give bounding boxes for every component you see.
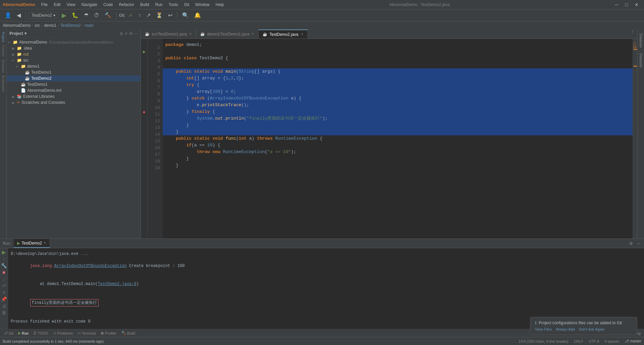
menu-refactor[interactable]: Refactor: [116, 2, 137, 8]
tree-testdemo2[interactable]: ☕ TestDemo2: [7, 75, 141, 81]
project-settings-btn[interactable]: ⚙: [129, 31, 133, 36]
breadcrumb-method[interactable]: main: [85, 23, 94, 28]
minimize-button[interactable]: ─: [612, 1, 621, 8]
coverage-button[interactable]: ☂: [82, 11, 91, 19]
branch[interactable]: ⎇ master: [625, 339, 641, 343]
problems-tool-btn[interactable]: ⚠ Problems: [51, 331, 75, 336]
scroll-up-btn[interactable]: ↑: [3, 256, 5, 262]
tab1-close[interactable]: ✕: [189, 32, 192, 36]
run-button[interactable]: ▶: [60, 11, 68, 20]
breakpoint-14[interactable]: ●: [141, 109, 147, 115]
filter-btn[interactable]: ≡: [2, 290, 5, 295]
run-tab[interactable]: ▶ TestDemo2 ✕: [14, 239, 50, 248]
tab-testdemo1-demo1[interactable]: ☕ demo1\TestDemo1.java ✕: [196, 29, 259, 39]
close-button[interactable]: ✕: [632, 1, 641, 8]
database-tab[interactable]: Database: [638, 31, 643, 51]
indent[interactable]: 4 spaces: [604, 339, 619, 343]
run-tool-btn[interactable]: 🔧: [1, 263, 7, 268]
notifications-btn[interactable]: 🔔: [192, 11, 203, 19]
todo-tool-btn[interactable]: ☰ TODO: [31, 331, 50, 336]
gutter-area: ▶ ●: [141, 39, 148, 238]
tree-out[interactable]: ▶ 📁 out: [7, 51, 141, 57]
tree-external-libs[interactable]: ▶ 📚 External Libraries: [7, 93, 141, 99]
git-push-btn[interactable]: ↗: [144, 11, 153, 19]
git-tool-btn[interactable]: ⎇ Git: [1, 331, 15, 336]
wrap-btn[interactable]: ⏎: [2, 283, 6, 288]
menu-file[interactable]: File: [39, 2, 50, 8]
run-tool-bottom-btn[interactable]: ▶ Run: [16, 331, 31, 336]
rerun-btn[interactable]: ▶: [2, 250, 6, 255]
breadcrumb-src[interactable]: src: [35, 23, 40, 28]
debug-button[interactable]: 🐛: [70, 11, 80, 19]
tab3-close[interactable]: ✕: [301, 32, 304, 37]
tree-root[interactable]: ▾ 📁 AbnormalDemo D:\code\java\Javacode\A…: [7, 39, 141, 45]
profile-button[interactable]: ⏱: [92, 12, 101, 19]
stack-link[interactable]: TestDemo2.java:8: [98, 282, 136, 286]
project-dropdown-icon[interactable]: ▾: [24, 31, 26, 36]
locate-file-btn[interactable]: ⊕: [119, 31, 123, 36]
menu-build[interactable]: Build: [138, 2, 152, 8]
profiler-tool-btn[interactable]: ◉ Profiler: [99, 331, 119, 336]
build-button[interactable]: 🔨: [103, 11, 113, 19]
cursor-position[interactable]: 14:6 (290 chars, 9 line breaks): [519, 339, 569, 343]
menu-navigate[interactable]: Navigate: [79, 2, 100, 8]
tab-more-btn[interactable]: ⋮: [628, 29, 637, 39]
tree-iml[interactable]: 📄 AbnormalDemo.iml: [7, 87, 141, 93]
tab-testdemo1-src[interactable]: ☕ src\TestDemo1.java ✕: [141, 29, 196, 39]
git-update-btn[interactable]: ↑: [136, 12, 143, 19]
menu-window[interactable]: Window: [193, 2, 212, 8]
datasette-tab[interactable]: Datasette: [638, 51, 643, 70]
menu-edit[interactable]: Edit: [51, 2, 63, 8]
dont-ask-link[interactable]: Don't Ask Again: [579, 327, 605, 331]
view-files-link[interactable]: View Files: [535, 327, 552, 331]
breadcrumb-class[interactable]: TestDemo2: [60, 23, 81, 28]
tree-testdemo1-demo1[interactable]: ☕ TestDemo1: [7, 69, 141, 75]
toolbar-back-btn[interactable]: ◀: [15, 11, 23, 19]
menu-run[interactable]: Run: [153, 2, 165, 8]
search-everywhere-btn[interactable]: 🔍: [180, 11, 191, 19]
menu-help[interactable]: Help: [213, 2, 227, 8]
exception-link[interactable]: ArrayIndexOutOfBoundsException: [54, 264, 127, 268]
bookmarks-icon[interactable]: Bookmarks: [1, 74, 6, 93]
terminal-tool-btn[interactable]: ▭ Terminal: [75, 331, 98, 336]
trash-btn[interactable]: 🗑: [2, 310, 6, 315]
stop-btn[interactable]: ■: [2, 270, 5, 275]
structure-icon[interactable]: Structure: [1, 58, 6, 74]
tree-src[interactable]: ▾ 📁 src: [7, 57, 141, 63]
project-icon[interactable]: Project: [1, 31, 6, 43]
menu-git[interactable]: Git: [181, 2, 192, 8]
line-ending[interactable]: CRLF: [574, 339, 583, 343]
tree-idea[interactable]: ▶ 📁 .idea: [7, 45, 141, 51]
menu-view[interactable]: View: [64, 2, 78, 8]
breadcrumb-demo1[interactable]: demo1: [44, 23, 56, 28]
run-gutter-5: ▶: [141, 48, 147, 55]
maximize-button[interactable]: □: [623, 1, 631, 8]
always-add-link[interactable]: Always Add: [556, 327, 575, 331]
pin-btn[interactable]: 📌: [1, 296, 7, 302]
close-panel-btn[interactable]: ─: [135, 31, 138, 36]
git-revert-btn[interactable]: ↩: [166, 11, 174, 19]
toolbar-search-btn[interactable]: 👤: [3, 11, 13, 19]
git-history-btn[interactable]: ⏳: [154, 11, 165, 19]
run-tab-close[interactable]: ✕: [43, 241, 46, 245]
tree-testdemo1-src[interactable]: ☕ TestDemo1: [7, 81, 141, 87]
code-content[interactable]: package demo1; public class TestDemo2 { …: [163, 39, 633, 238]
git-check-btn[interactable]: ✓: [126, 11, 135, 19]
collapse-btn[interactable]: ─: [636, 241, 641, 246]
collapse-all-btn[interactable]: ≡: [125, 31, 127, 36]
build-tool-btn[interactable]: 🔨 Build: [119, 331, 137, 336]
commit-icon[interactable]: Commit: [1, 44, 6, 57]
code-line-16: if(a == 10) {: [163, 142, 633, 149]
menu-tools[interactable]: Tools: [166, 2, 181, 8]
breadcrumb-root[interactable]: AbnormalDemo: [3, 23, 31, 28]
encoding[interactable]: UTF-8: [589, 339, 599, 343]
menu-code[interactable]: Code: [101, 2, 116, 8]
settings-btn[interactable]: ⚙: [628, 241, 634, 246]
tree-scratches[interactable]: ▶ ✏ Scratches and Consoles: [7, 99, 141, 106]
tab2-close[interactable]: ✕: [251, 32, 254, 36]
tree-demo1[interactable]: ▾ 📁 demo1: [7, 63, 141, 69]
scroll-down-btn[interactable]: ↓: [3, 276, 5, 282]
run-config-selector[interactable]: TestDemo2 ▾: [29, 12, 58, 19]
print-btn[interactable]: 🖨: [2, 303, 6, 308]
tab-testdemo2[interactable]: ☕ TestDemo2.java ✕: [259, 29, 308, 39]
